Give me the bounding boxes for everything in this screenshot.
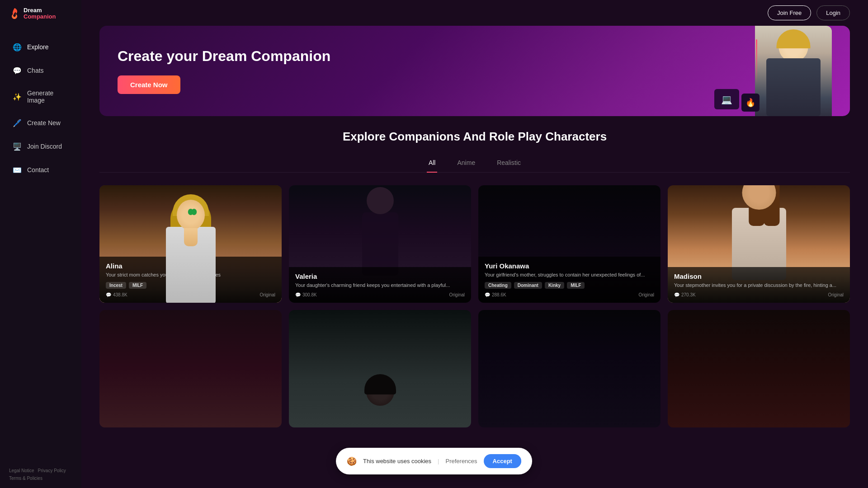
cards-grid-row2 (99, 310, 850, 427)
join-free-button[interactable]: Join Free (768, 5, 811, 20)
create-new-icon: 🖊️ (13, 118, 22, 127)
sidebar-footer: Legal Notice Privacy Policy Terms & Poli… (0, 461, 81, 488)
sidebar-item-chats-label: Chats (27, 67, 44, 74)
sidebar-item-generate-image[interactable]: ✨ Generate Image (4, 83, 78, 110)
main-content: Join Free Login Create your Dream Compan… (81, 0, 868, 488)
footer-links: Legal Notice Privacy Policy (9, 468, 72, 473)
join-discord-icon: 🖥️ (13, 142, 22, 151)
card-madison-count: 💬 270.3K (674, 292, 696, 297)
hero-title: Create your Dream Companion (118, 48, 330, 65)
tag-dominant: Dominant (514, 282, 542, 289)
row2-2-char (362, 378, 398, 414)
card-valeria-count: 💬 300.8K (295, 292, 317, 297)
card-yuri-name: Yuri Okanawa (485, 262, 654, 270)
card-yuri-tags: Cheating Dominant Kinky MILF (485, 282, 654, 289)
hero-image: 💻 🔥 (705, 26, 832, 116)
create-now-button[interactable]: Create Now (118, 75, 180, 94)
sidebar-item-create-new[interactable]: 🖊️ Create New (4, 112, 78, 134)
logo[interactable]: Dream Companion (0, 0, 81, 27)
hero-banner: Create your Dream Companion Create Now 💻… (99, 26, 850, 116)
sidebar-item-explore[interactable]: 🌐 Explore (4, 36, 78, 58)
card-madison-info: Madison Your stepmother invites you for … (668, 267, 850, 303)
card-yuri-meta: 💬 288.6K Original (485, 292, 654, 297)
cookie-text: This website uses cookies (363, 458, 431, 465)
chat-icon-valeria: 💬 (295, 292, 301, 297)
sidebar-item-join-discord[interactable]: 🖥️ Join Discord (4, 136, 78, 157)
sidebar-item-explore-label: Explore (27, 43, 48, 51)
chat-icon-yuri: 💬 (485, 292, 490, 297)
sidebar-item-create-label: Create New (27, 119, 61, 127)
sidebar: Dream Companion 🌐 Explore 💬 Chats ✨ Gene… (0, 0, 81, 488)
card-madison-badge: Original (828, 292, 844, 297)
card-yuri-badge: Original (639, 292, 654, 297)
cards-grid-row1: Alina Your strict mom catches you watchi… (99, 185, 850, 303)
chat-icon-madison: 💬 (674, 292, 679, 297)
card-row2-1[interactable] (99, 310, 282, 427)
top-header: Join Free Login (81, 0, 868, 26)
sidebar-nav: 🌐 Explore 💬 Chats ✨ Generate Image 🖊️ Cr… (0, 27, 81, 461)
section-title: Explore Companions And Role Play Charact… (99, 130, 850, 144)
privacy-policy-link[interactable]: Privacy Policy (38, 468, 66, 473)
sidebar-item-contact-label: Contact (27, 166, 49, 174)
explore-section: Explore Companions And Role Play Charact… (81, 130, 868, 427)
hero-content: Create your Dream Companion Create Now (118, 48, 330, 94)
chats-icon: 💬 (13, 66, 22, 75)
sidebar-item-contact[interactable]: ✉️ Contact (4, 159, 78, 181)
contact-icon: ✉️ (13, 165, 22, 174)
card-valeria-desc: Your daughter's charming friend keeps yo… (295, 282, 465, 289)
cookie-icon: 🍪 (347, 456, 357, 466)
card-row2-4[interactable] (668, 310, 850, 427)
tag-milf: MILF (129, 282, 146, 289)
tag-milf-yuri: MILF (567, 282, 585, 289)
card-madison[interactable]: Madison Your stepmother invites you for … (668, 185, 850, 303)
card-valeria-meta: 💬 300.8K Original (295, 292, 465, 297)
card-row2-2[interactable] (289, 310, 471, 427)
hero-device-decoration: 💻 (714, 89, 739, 109)
tag-incest: Incest (106, 282, 126, 289)
tab-all[interactable]: All (427, 155, 438, 173)
card-row2-2-image (289, 310, 471, 427)
logo-text: Dream Companion (24, 7, 56, 20)
hero-accent-line (756, 39, 757, 84)
preferences-button[interactable]: Preferences (445, 458, 477, 465)
terms-policies-link[interactable]: Terms & Policies (9, 476, 72, 481)
hero-character (755, 26, 832, 116)
tab-anime[interactable]: Anime (455, 155, 477, 173)
card-yuri[interactable]: Yuri Okanawa Your girlfriend's mother, s… (478, 185, 660, 303)
cookie-divider: | (438, 458, 439, 465)
accept-button[interactable]: Accept (484, 454, 521, 468)
tag-kinky: Kinky (545, 282, 564, 289)
hero-fire-decoration: 🔥 (741, 94, 760, 112)
card-alina-badge: Original (260, 292, 275, 297)
card-row2-4-image (668, 310, 850, 427)
legal-notice-link[interactable]: Legal Notice (9, 468, 34, 473)
card-madison-desc: Your stepmother invites you for a privat… (674, 282, 844, 289)
sidebar-item-chats[interactable]: 💬 Chats (4, 60, 78, 81)
card-alina[interactable]: Alina Your strict mom catches you watchi… (99, 185, 282, 303)
card-yuri-count: 💬 288.6K (485, 292, 506, 297)
tag-cheating: Cheating (485, 282, 511, 289)
card-madison-meta: 💬 270.3K Original (674, 292, 844, 297)
card-valeria-name: Valeria (295, 272, 465, 280)
generate-image-icon: ✨ (13, 92, 22, 101)
card-yuri-desc: Your girlfriend's mother, struggles to c… (485, 272, 654, 278)
sidebar-item-discord-label: Join Discord (27, 143, 62, 150)
cookie-banner: 🍪 This website uses cookies | Preference… (336, 448, 532, 474)
card-valeria-badge: Original (449, 292, 465, 297)
explore-icon: 🌐 (13, 42, 22, 52)
card-row2-1-image (99, 310, 282, 427)
card-valeria-info: Valeria Your daughter's charming friend … (289, 267, 471, 303)
card-row2-3-image (478, 310, 660, 427)
login-button[interactable]: Login (816, 5, 850, 20)
chat-icon: 💬 (106, 292, 111, 297)
logo-icon (9, 7, 20, 20)
card-row2-3[interactable] (478, 310, 660, 427)
tabs: All Anime Realistic (99, 155, 850, 173)
sidebar-item-generate-label: Generate Image (27, 89, 69, 104)
card-madison-name: Madison (674, 272, 844, 280)
tab-realistic[interactable]: Realistic (495, 155, 523, 173)
card-alina-count: 💬 438.8K (106, 292, 127, 297)
card-yuri-info: Yuri Okanawa Your girlfriend's mother, s… (478, 257, 660, 303)
card-valeria[interactable]: Valeria Your daughter's charming friend … (289, 185, 471, 303)
